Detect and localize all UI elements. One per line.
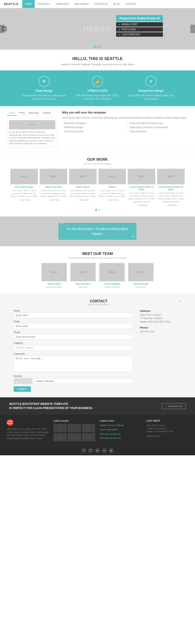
nav-link-contact[interactable]: CONTACT bbox=[123, 0, 139, 8]
nav-link-blog[interactable]: BLOG bbox=[111, 0, 123, 8]
quote-box: It's not about ideas. It's about making … bbox=[59, 223, 136, 240]
work-title-6[interactable]: Lorem ipsum dolor sit amet bbox=[157, 186, 185, 191]
submit-button[interactable]: SUBMIT bbox=[14, 386, 31, 392]
team-img-3: IMAGE bbox=[99, 263, 125, 281]
tab-messages[interactable]: Messages bbox=[27, 111, 41, 116]
cta-section: SEATTLE BOOTSTRAP WEBSITE TEMPLATE IS PE… bbox=[0, 397, 195, 415]
why-desc: Lorem ipsum dolor sit amet, consectetur … bbox=[62, 116, 188, 120]
footer-news-link-2[interactable]: How to write perfect bbox=[100, 428, 118, 431]
why-item-3: 10 Colors schemes bbox=[62, 130, 123, 134]
cta-button-label: download now bbox=[168, 405, 182, 408]
work-img-4: IMAGE bbox=[98, 169, 126, 184]
footer-news-1[interactable]: Seattle is a proxy Highway bbox=[100, 424, 142, 427]
social-facebook-icon[interactable]: f bbox=[81, 448, 86, 453]
footer-logo: LITTLE NEKO bbox=[7, 419, 49, 426]
footer-work-item-5[interactable]: A bbox=[68, 433, 81, 441]
work-title: OUR WORK bbox=[5, 158, 190, 162]
footer-news-link-3[interactable]: Don't stop questioning bbox=[100, 433, 120, 435]
nav-link-portfolio[interactable]: PORTFOLIO bbox=[92, 0, 111, 8]
footer-news-3[interactable]: Don't stop questioning bbox=[100, 432, 142, 436]
work-more-4[interactable]: → read more bbox=[98, 199, 126, 201]
work-more-6[interactable]: → read more bbox=[157, 204, 185, 206]
nav-link-features[interactable]: FEATURES bbox=[35, 0, 53, 8]
work-title-1[interactable]: Full width image bbox=[10, 186, 38, 188]
work-title-2[interactable]: Video YouTube bbox=[40, 186, 67, 188]
tab-settings[interactable]: Settings bbox=[41, 111, 53, 116]
work-desc-1: Lorem ipsum dolor sit amet, consectetur … bbox=[10, 189, 38, 198]
hero-dot-3[interactable] bbox=[100, 46, 101, 48]
comments-group: Comments bbox=[14, 352, 133, 372]
captcha-input[interactable] bbox=[34, 378, 133, 384]
work-more-1[interactable]: → read more bbox=[10, 199, 38, 201]
footer-news-4[interactable]: Download this theming bbox=[100, 437, 142, 440]
comments-textarea[interactable] bbox=[14, 356, 133, 372]
hero-prev-button[interactable]: ‹ bbox=[0, 25, 5, 33]
footer-work-item-2[interactable]: A bbox=[68, 424, 81, 432]
phone-input[interactable] bbox=[14, 334, 133, 340]
phone-label: Phone bbox=[14, 331, 133, 334]
footer-work-item-6[interactable]: A bbox=[82, 433, 95, 441]
why-right-panel: Why you will love this template Lorem ip… bbox=[62, 111, 188, 147]
footer-news-link-4[interactable]: Download this theming bbox=[100, 437, 121, 439]
social-youtube-icon[interactable]: ▶ bbox=[109, 448, 114, 453]
work-dot-1[interactable] bbox=[95, 209, 97, 211]
social-google-icon[interactable]: g+ bbox=[95, 448, 100, 453]
nav-link-home[interactable]: HOME bbox=[22, 0, 35, 8]
hero-overlay: Responsive Retina Ready UI MOBILE FIRST … bbox=[116, 15, 163, 37]
nav-link-mega-menu[interactable]: MEGA MENU bbox=[72, 0, 92, 8]
work-dot-2[interactable] bbox=[98, 209, 100, 211]
work-more-3[interactable]: → read more bbox=[69, 199, 97, 201]
footer-neko-title: Little NEKO bbox=[146, 419, 188, 422]
work-more-2[interactable]: → read more bbox=[40, 199, 67, 201]
footer-work-item-3[interactable]: A bbox=[82, 424, 95, 432]
team-member-2: IMAGE Rick Deckard Salesman bbox=[70, 263, 96, 288]
team-name-3: Leon Kowalski bbox=[99, 283, 125, 285]
name-input[interactable] bbox=[14, 313, 133, 318]
work-desc-5: Lorem ipsum dolor sit amet, consectetur … bbox=[128, 192, 155, 203]
hero-feature-css3[interactable]: CSS3 GRAPHICS bbox=[116, 32, 163, 37]
contact-collapse-button[interactable]: ∧ bbox=[179, 299, 181, 303]
security-label: Security bbox=[14, 375, 133, 377]
work-desc-3: Lorem ipsum dolor sit amet, consectetur … bbox=[69, 189, 97, 198]
feature-responsive: ✈ Responsive design Compatible with vari… bbox=[128, 76, 174, 101]
phone-number: 415 997 1234 bbox=[140, 330, 181, 333]
hero-feature-mobile[interactable]: MOBILE FIRST bbox=[116, 22, 163, 26]
team-name-2: Rick Deckard bbox=[70, 283, 96, 285]
cta-line-2: IS PERFECT FOR CLEAN PRESENTATION OF YOU… bbox=[9, 406, 93, 410]
work-title-5[interactable]: Lorem ipsum dolor sit amet bbox=[128, 186, 155, 191]
address-label: Address: bbox=[140, 310, 181, 312]
footer-news-2[interactable]: How to write perfect bbox=[100, 428, 142, 431]
download-arrow-icon: ↓ bbox=[165, 405, 166, 408]
work-title-4[interactable]: Gallery bbox=[98, 186, 126, 188]
social-twitter-icon[interactable]: t bbox=[88, 448, 93, 453]
cta-download-button[interactable]: ↓ download now bbox=[162, 403, 186, 409]
address-line-2: 77 Main Ave., B14E15 bbox=[140, 316, 181, 320]
contact-sub: Keep in touch with us bbox=[18, 303, 179, 306]
hero-next-button[interactable]: › bbox=[190, 25, 195, 33]
footer-work-item-4[interactable]: A bbox=[54, 433, 67, 441]
tab-home[interactable]: Home bbox=[7, 111, 17, 116]
category-select[interactable]: Select a category bbox=[14, 345, 133, 350]
captcha-image bbox=[14, 378, 32, 384]
footer-neko-address: Rainy Day Company77 Main. Ave, B14E15Sea… bbox=[146, 424, 188, 433]
tab-text: Lorem ipsum dolor sit amet, consectetur … bbox=[9, 131, 55, 145]
footer-about-col: LITTLE NEKO Little neko is a new design … bbox=[7, 419, 49, 441]
work-title-3[interactable]: Video Vimeo bbox=[69, 186, 97, 188]
tab-profile[interactable]: Profile bbox=[17, 111, 27, 116]
nav-link-templates[interactable]: TEMPLATES bbox=[53, 0, 72, 8]
work-more-5[interactable]: → read more bbox=[128, 204, 155, 206]
team-grid: IMAGE Janice Rand Executive Director IMA… bbox=[9, 263, 186, 288]
footer-news-link-1[interactable]: Seattle is a proxy Highway bbox=[100, 424, 124, 426]
email-label: Email bbox=[14, 320, 133, 323]
footer-work-item-1[interactable]: A bbox=[54, 424, 67, 432]
work-img-6: IMAGE bbox=[157, 169, 185, 184]
why-item-2: Mobile first design bbox=[62, 126, 123, 130]
work-item-1: IMAGE Full width image Lorem ipsum dolor… bbox=[10, 169, 38, 206]
team-name-4: Rick Deckard bbox=[128, 283, 153, 285]
contact-header: CONTACT Keep in touch with us ∧ bbox=[14, 299, 181, 306]
hero-dot-2[interactable] bbox=[97, 46, 98, 48]
hero-dot-1[interactable] bbox=[94, 46, 95, 48]
hero-feature-icons[interactable]: FONT ICONS bbox=[116, 27, 163, 32]
email-input[interactable] bbox=[14, 324, 133, 329]
social-linkedin-icon[interactable]: in bbox=[102, 448, 107, 453]
